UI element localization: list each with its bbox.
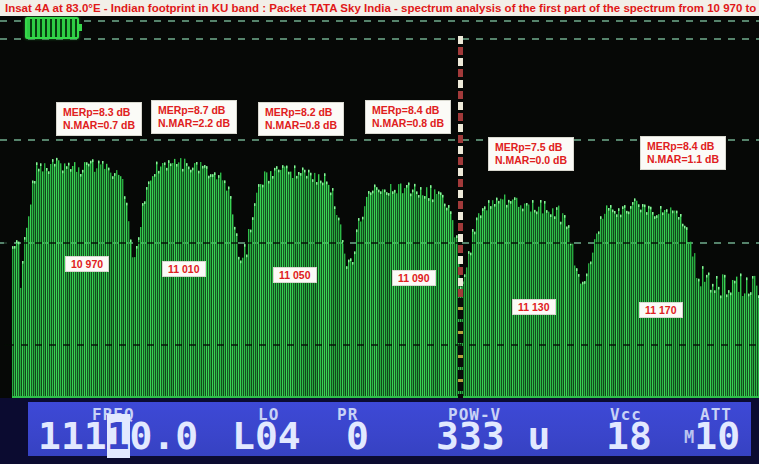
- meter-screen: Insat 4A at 83.0°E - Indian footprint in…: [0, 0, 759, 464]
- freq-edit-cursor[interactable]: 1: [107, 414, 130, 458]
- frequency-label: 11 010: [163, 262, 205, 276]
- mer-measurement-label: MERp=8.4 dB N.MAR=0.8 dB: [366, 101, 450, 133]
- merp-value: MERp=8.2 dB: [265, 106, 337, 119]
- nmar-value: N.MAR=0.7 dB: [63, 119, 135, 132]
- nmar-value: N.MAR=0.0 dB: [495, 154, 567, 167]
- mer-measurement-label: MERp=8.2 dB N.MAR=0.8 dB: [259, 103, 343, 135]
- pow-v-value[interactable]: 333 u: [436, 416, 550, 456]
- frequency-label: 11 130: [513, 300, 555, 314]
- freq-value[interactable]: 11110.0: [38, 416, 198, 456]
- nmar-value: N.MAR=2.2 dB: [158, 117, 230, 130]
- merp-value: MERp=8.4 dB: [372, 104, 444, 117]
- lo-value[interactable]: L04: [232, 416, 301, 456]
- frequency-label: 11 170: [640, 303, 682, 317]
- status-panel: FREQ 11110.0 LO L04 PR 0 POW-V 333 u Vcc…: [28, 402, 751, 456]
- att-value[interactable]: M10: [684, 416, 740, 457]
- mer-measurement-label: MERp=8.3 dB N.MAR=0.7 dB: [57, 103, 141, 135]
- grid-line: [0, 344, 759, 346]
- frequency-label: 10 970: [66, 257, 108, 271]
- mer-measurement-label: MERp=7.5 dB N.MAR=0.0 dB: [489, 138, 573, 170]
- frequency-label: 11 090: [393, 271, 435, 285]
- title-bar: Insat 4A at 83.0°E - Indian footprint in…: [0, 0, 759, 16]
- grid-line: [0, 242, 759, 244]
- frequency-label: 11 050: [274, 268, 316, 282]
- mer-measurement-label: MERp=8.4 dB N.MAR=1.1 dB: [641, 137, 725, 169]
- status-bar: FREQ 11110.0 LO L04 PR 0 POW-V 333 u Vcc…: [0, 398, 759, 464]
- vcc-value[interactable]: 18: [606, 416, 652, 456]
- center-marker-line: [458, 36, 463, 298]
- merp-value: MERp=8.7 dB: [158, 104, 230, 117]
- center-marker-line-lower: [458, 298, 463, 398]
- nmar-value: N.MAR=0.8 dB: [265, 119, 337, 132]
- nmar-value: N.MAR=1.1 dB: [647, 153, 719, 166]
- pr-value[interactable]: 0: [346, 416, 369, 456]
- nmar-value: N.MAR=0.8 dB: [372, 117, 444, 130]
- mer-measurement-label: MERp=8.7 dB N.MAR=2.2 dB: [152, 101, 236, 133]
- battery-level-icon: [25, 17, 79, 39]
- merp-value: MERp=8.3 dB: [63, 106, 135, 119]
- merp-value: MERp=7.5 dB: [495, 141, 567, 154]
- merp-value: MERp=8.4 dB: [647, 140, 719, 153]
- spectrum-trace: [0, 0, 759, 464]
